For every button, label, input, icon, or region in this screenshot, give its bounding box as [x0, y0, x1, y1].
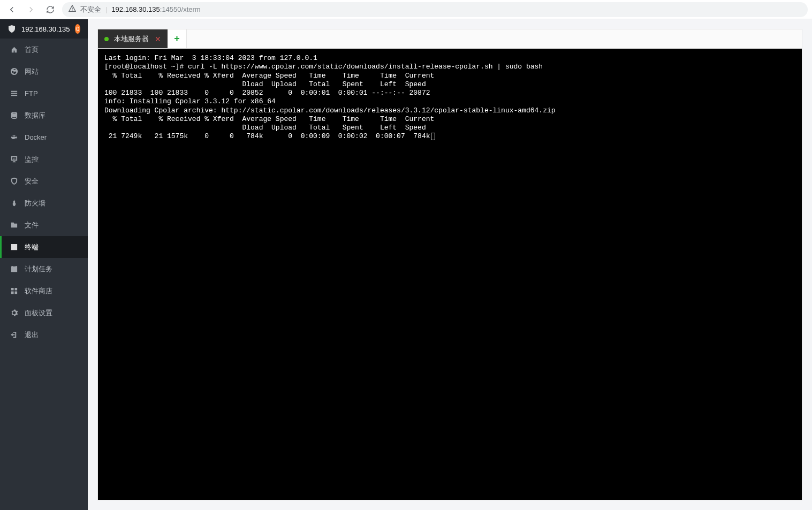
ftp-icon [10, 89, 18, 98]
docker-icon [10, 133, 18, 142]
sidebar-badge: 0 [75, 24, 80, 34]
sidebar-item-label: 监控 [25, 155, 39, 164]
sidebar-item-label: 数据库 [25, 111, 45, 120]
address-bar[interactable]: 不安全 | 192.168.30.135:14550/xterm [62, 2, 808, 17]
gear-icon [10, 309, 18, 317]
terminal-output[interactable]: Last login: Fri Mar 3 18:33:04 2023 from… [98, 49, 802, 500]
terminal-tab-label: 本地服务器 [114, 34, 149, 44]
sidebar: 192.168.30.135 0 首页网站FTP数据库Docker监控安全防火墙… [0, 19, 88, 510]
terminal-card: 本地服务器 ✕ + Last login: Fri Mar 3 18:33:04… [97, 29, 802, 500]
main-content: 本地服务器 ✕ + Last login: Fri Mar 3 18:33:04… [88, 19, 812, 510]
sidebar-item-label: 面板设置 [25, 308, 52, 318]
firewall-icon [10, 199, 18, 208]
calendar-icon [10, 265, 18, 273]
sidebar-item-terminal[interactable]: 终端 [0, 236, 88, 258]
sidebar-item-label: Docker [25, 133, 47, 141]
nav-reload-button[interactable] [43, 2, 58, 17]
terminal-tab-bar: 本地服务器 ✕ + [98, 29, 802, 49]
sidebar-item-logout[interactable]: 退出 [0, 324, 88, 346]
sidebar-item-docker[interactable]: Docker [0, 126, 88, 148]
folder-icon [10, 221, 18, 230]
sidebar-ip: 192.168.30.135 [21, 25, 70, 33]
sidebar-item-label: 文件 [25, 220, 39, 230]
sidebar-item-settings[interactable]: 面板设置 [0, 302, 88, 324]
sidebar-item-security[interactable]: 安全 [0, 170, 88, 192]
terminal-tab-active[interactable]: 本地服务器 ✕ [98, 29, 168, 48]
sidebar-item-label: 网站 [25, 67, 39, 77]
sidebar-item-home[interactable]: 首页 [0, 39, 88, 60]
nav-forward-button[interactable] [24, 2, 39, 17]
sidebar-item-label: 终端 [25, 242, 39, 252]
sidebar-item-label: 软件商店 [25, 286, 52, 296]
monitor-icon [10, 155, 18, 164]
sidebar-item-db[interactable]: 数据库 [0, 104, 88, 126]
globe-icon [10, 67, 18, 76]
sidebar-item-label: 防火墙 [25, 199, 45, 208]
sidebar-item-store[interactable]: 软件商店 [0, 280, 88, 302]
home-icon [10, 45, 18, 54]
security-label: 不安全 [80, 5, 101, 14]
sidebar-item-cron[interactable]: 计划任务 [0, 258, 88, 280]
sidebar-item-ftp[interactable]: FTP [0, 82, 88, 104]
sidebar-item-web[interactable]: 网站 [0, 60, 88, 82]
logout-icon [10, 331, 18, 339]
sidebar-item-files[interactable]: 文件 [0, 214, 88, 236]
sidebar-header[interactable]: 192.168.30.135 0 [0, 19, 88, 39]
browser-toolbar: 不安全 | 192.168.30.135:14550/xterm [0, 0, 812, 19]
status-dot-icon [104, 37, 109, 41]
nav-back-button[interactable] [4, 2, 19, 17]
database-icon [10, 111, 18, 120]
sidebar-item-monitor[interactable]: 监控 [0, 148, 88, 170]
appstore-icon [10, 287, 18, 295]
url-text: 192.168.30.135:14550/xterm [111, 5, 200, 13]
sidebar-item-label: 安全 [25, 177, 39, 186]
sidebar-item-label: 首页 [25, 45, 39, 55]
sidebar-item-label: FTP [25, 89, 38, 97]
sidebar-item-firewall[interactable]: 防火墙 [0, 192, 88, 214]
sidebar-item-label: 退出 [25, 330, 39, 340]
close-tab-button[interactable]: ✕ [155, 35, 161, 43]
sidebar-item-label: 计划任务 [25, 264, 52, 274]
warning-icon [69, 5, 76, 14]
shield-icon [10, 177, 18, 186]
terminal-icon [10, 243, 18, 252]
panel-shield-icon [7, 25, 16, 33]
add-tab-button[interactable]: + [168, 29, 187, 48]
